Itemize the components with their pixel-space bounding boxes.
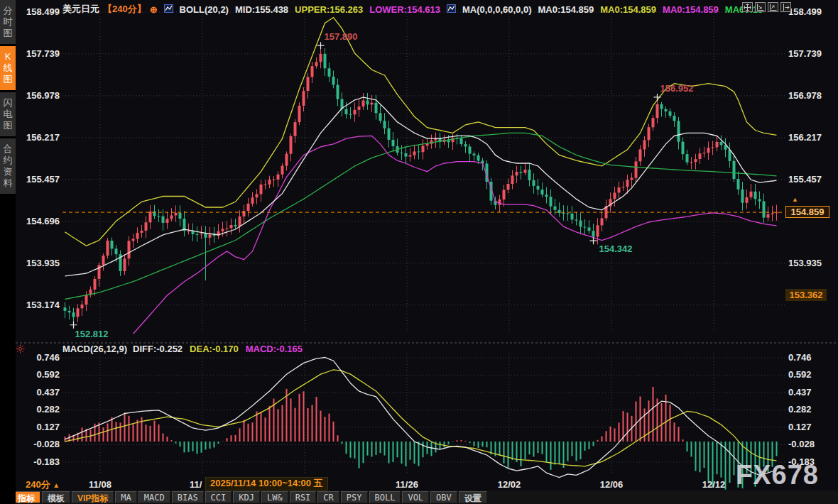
toolbar-button[interactable]: BIAS [172, 491, 204, 503]
macd-axis-label-right: 0.592 [788, 369, 812, 380]
macd-axis-label-left: -0.028 [20, 439, 60, 449]
scale-left-axis-icon[interactable] [755, 2, 766, 12]
chart-window: 157.890156.952154.342152.812 分时图K线图闪电图合约… [0, 0, 838, 504]
macd-axis-label-left: 0.282 [20, 404, 60, 415]
sidebar-tab-inactive[interactable]: 分时图 [0, 0, 16, 44]
macd-diff-value: DIFF:-0.252 [133, 344, 183, 354]
pan-icon[interactable] [742, 2, 753, 12]
svg-text:156.952: 156.952 [660, 83, 694, 94]
macd-axis-label-left: 0.592 [20, 369, 60, 380]
toolbar-button[interactable]: 设置 [459, 491, 487, 503]
toolbar-button[interactable]: VOL [402, 491, 429, 503]
toolbar-button[interactable]: 模板 [42, 491, 70, 503]
pin-icon[interactable]: ⊕ [150, 4, 158, 15]
y-axis-label-left: 154.696 [20, 216, 60, 226]
ma0-value-magenta: MA0:154.859 [663, 4, 719, 15]
boll-lower-value: LOWER:154.613 [369, 4, 440, 15]
y-axis-label-left: 156.217 [20, 132, 60, 143]
macd-macd-value: MACD:-0.165 [246, 344, 303, 354]
price-marker-triangle: ▲ [792, 196, 798, 203]
macd-axis-label-left: 0.437 [20, 387, 60, 398]
scale-right-axis-icon[interactable] [768, 2, 778, 12]
svg-text:157.890: 157.890 [325, 31, 358, 42]
chart-window-controls [742, 2, 791, 12]
x-axis-date-label: 11/08 [89, 479, 111, 490]
symbol-name: 美元日元 [62, 3, 99, 16]
toolbar-button[interactable]: MA [115, 491, 136, 503]
triangle-up-icon: ▲ [53, 481, 60, 489]
boll-upper-value: UPPER:156.263 [295, 4, 363, 15]
boll-mid-value: MID:155.438 [235, 4, 288, 15]
toolbar-button[interactable]: 指标 [12, 491, 40, 503]
toolbar-button[interactable]: RSI [290, 491, 317, 503]
macd-dea-value: DEA:-0.170 [190, 344, 239, 354]
y-axis-label-left: 153.174 [20, 300, 60, 310]
toolbar-button[interactable]: CCI [205, 491, 232, 503]
macd-axis-label-right: 0.746 [788, 352, 812, 363]
ma0-value-yellow: MA0:154.859 [600, 4, 656, 15]
period-badge: 【240分】 [103, 3, 146, 16]
line-chart-icon[interactable] [164, 4, 173, 15]
toolbar-button[interactable]: PSY [341, 491, 368, 503]
indicator-toolbar: 指标模板VIP指标MAMACDBIASCCIKDJLW&RSICRPSYBOLL… [12, 491, 487, 503]
sidebar-tab-inactive[interactable]: 闪电图 [0, 92, 16, 136]
y-axis-label-right: 157.739 [788, 48, 822, 59]
y-axis-label-right: 155.457 [788, 174, 822, 185]
toolbar-button[interactable]: KDJ [233, 491, 260, 503]
x-axis-date-label: 11/26 [396, 479, 418, 490]
macd-axis-label-right: 0.437 [788, 387, 812, 398]
macd-params: MACD(26,12,9) [62, 344, 127, 354]
macd-axis-label-left: 0.746 [20, 352, 60, 363]
shift-right-icon[interactable] [780, 2, 791, 12]
low-price-badge: 153.362 [785, 289, 827, 301]
x-axis-date-label: 12/12 [702, 479, 726, 490]
svg-text:154.342: 154.342 [599, 243, 633, 254]
macd-axis-label-right: 0.127 [788, 422, 812, 432]
indicator-header: 美元日元 【240分】 ⊕ BOLL(20,2) MID:155.438 UPP… [62, 3, 763, 16]
ma0-value-white: MA0:154.859 [538, 4, 594, 15]
last-price-badge: 154.859 [785, 206, 829, 218]
y-axis-label-right: 158.499 [788, 6, 822, 17]
macd-axis-label-left: 0.127 [20, 422, 60, 432]
y-axis-label-right: 153.935 [788, 258, 822, 268]
x-axis-date-label-partial: 11/ [190, 479, 202, 490]
toolbar-button[interactable]: OBV [430, 491, 457, 503]
y-axis-label-left: 155.457 [20, 174, 60, 185]
x-axis-date-label: 12/02 [498, 479, 521, 490]
y-axis-label-left: 157.739 [20, 48, 60, 59]
sidebar-tab-active[interactable]: K线图 [0, 46, 16, 90]
y-axis-label-right: 156.217 [788, 132, 822, 143]
timeframe-label[interactable]: 240分 ▲ [26, 478, 60, 491]
x-axis-date-label: 12/06 [600, 479, 624, 490]
y-axis-label-left: 158.499 [20, 6, 60, 17]
crosshair-time-tooltip: 2025/11/14 10:00~14:00 五 [205, 477, 328, 491]
chart-type-sidebar: 分时图K线图闪电图合约资料 [0, 0, 16, 504]
fx678-watermark: FX678 [736, 460, 819, 491]
macd-axis-label-right: -0.028 [788, 439, 815, 449]
y-axis-label-right: 156.978 [788, 90, 822, 101]
ma-label: MA(0,0,0,60,0,0) [462, 4, 532, 15]
macd-header: MACD(26,12,9) DIFF:-0.252 DEA:-0.170 MAC… [62, 344, 303, 354]
indicator-star-icon[interactable] [16, 344, 25, 356]
toolbar-button[interactable]: MACD [138, 491, 170, 503]
boll-label: BOLL(20,2) [180, 4, 229, 15]
macd-axis-label-left: -0.183 [20, 456, 60, 467]
line-chart-icon[interactable] [447, 4, 456, 15]
svg-text:152.812: 152.812 [75, 329, 109, 339]
toolbar-button[interactable]: LW& [261, 491, 288, 503]
macd-axis-label-right: 0.282 [788, 404, 812, 415]
toolbar-button[interactable]: CR [317, 491, 339, 503]
y-axis-label-left: 156.978 [20, 90, 60, 101]
candlestick-chart-canvas[interactable]: 157.890156.952154.342152.812 [0, 0, 838, 504]
y-axis-label-left: 153.935 [20, 258, 60, 268]
toolbar-button[interactable]: VIP指标 [72, 491, 114, 503]
toolbar-button[interactable]: BOLL [369, 491, 401, 503]
sidebar-tab-inactive[interactable]: 合约资料 [0, 138, 16, 194]
